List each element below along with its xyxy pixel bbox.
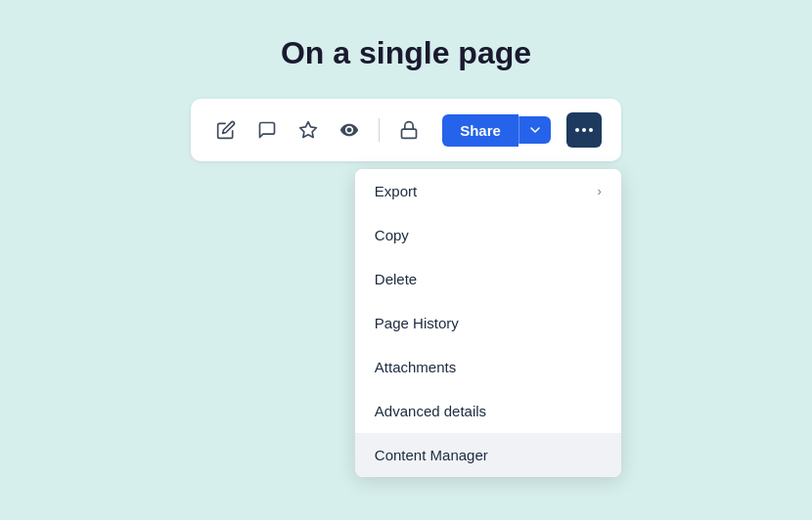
dropdown-menu: Export › Copy Delete Page History Attach… [355, 169, 621, 477]
edit-icon[interactable] [210, 114, 242, 146]
menu-item-attachments[interactable]: Attachments [355, 345, 621, 389]
toolbar-divider [379, 118, 380, 142]
menu-item-content-manager[interactable]: Content Manager [355, 433, 621, 477]
comment-icon[interactable] [251, 114, 283, 146]
toolbar: Share Export › Copy Delete Page History … [191, 99, 621, 161]
star-icon[interactable] [293, 114, 324, 146]
page-title: On a single page [281, 35, 531, 71]
chevron-right-icon: › [598, 184, 602, 198]
dot2 [582, 128, 586, 132]
dot1 [575, 128, 579, 132]
share-button[interactable]: Share [442, 114, 519, 147]
menu-item-export[interactable]: Export › [355, 169, 621, 213]
svg-rect-1 [402, 129, 417, 138]
menu-item-delete[interactable]: Delete [355, 257, 621, 301]
dot3 [589, 128, 593, 132]
menu-item-copy[interactable]: Copy [355, 213, 621, 257]
share-dropdown-button[interactable] [519, 116, 551, 144]
view-icon[interactable] [334, 114, 365, 146]
menu-item-advanced-details[interactable]: Advanced details [355, 389, 621, 433]
menu-item-page-history[interactable]: Page History [355, 301, 621, 345]
lock-icon[interactable] [393, 114, 425, 146]
svg-marker-0 [300, 122, 317, 138]
more-options-button[interactable] [566, 112, 602, 148]
share-button-group: Share [442, 114, 551, 147]
